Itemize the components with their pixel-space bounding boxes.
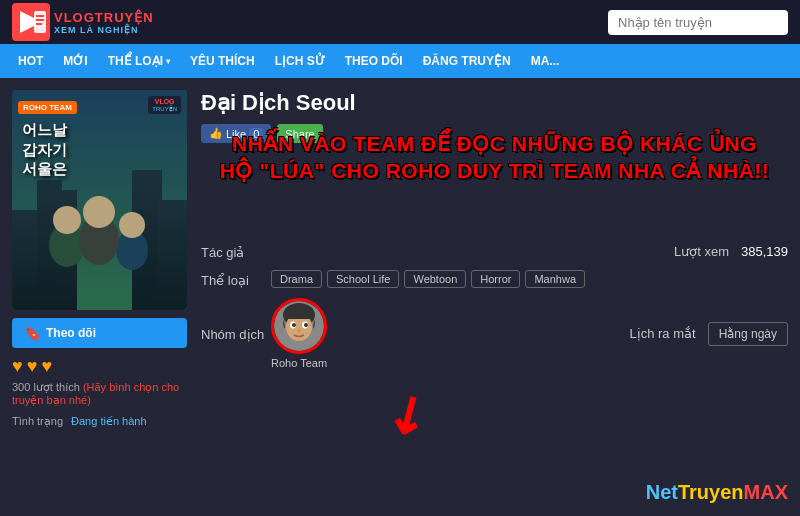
right-panel: Đại Dịch Seoul 👍 Like 0 Share NHẤN VÀO T… — [201, 90, 788, 504]
logo: VLOGTRUYỆN XEM LÀ NGHIỆN — [12, 3, 154, 41]
svg-point-26 — [297, 330, 301, 333]
chevron-down-icon: ▾ — [166, 57, 170, 66]
tag-school[interactable]: School Life — [327, 270, 399, 288]
left-panel: ROHO TEAM 어느날 갑자기 서울은 VLOG TRUYỆN 🔖 Theo… — [12, 90, 187, 504]
share-button[interactable]: Share — [277, 124, 322, 143]
svg-rect-2 — [34, 11, 46, 33]
nav-hot[interactable]: HOT — [8, 44, 53, 78]
nav-history[interactable]: LỊCH SỬ — [265, 44, 335, 78]
logo-icon — [12, 3, 50, 41]
release-label: Lịch ra mắt — [629, 326, 695, 341]
genre-tags: Drama School Life Webtoon Horror Manhwa — [271, 270, 585, 288]
svg-point-25 — [304, 323, 308, 327]
like-button[interactable]: 👍 Like 0 — [201, 124, 271, 143]
search-input[interactable] — [608, 10, 788, 35]
logo-line2: XEM LÀ NGHIỆN — [54, 25, 154, 35]
views-value: 385,139 — [741, 244, 788, 259]
manga-title: Đại Dịch Seoul — [201, 90, 788, 116]
translator-name: Roho Team — [271, 357, 327, 369]
author-views-row: Tác giả Lượt xem 385,139 — [201, 243, 788, 260]
views-label: Lượt xem — [674, 244, 729, 259]
translator-group-wrapper: Roho Team — [271, 298, 327, 369]
translator-avatar — [271, 298, 327, 354]
hearts-rating: ♥ ♥ ♥ — [12, 356, 187, 377]
author-label: Tác giả — [201, 243, 271, 260]
navigation: HOT MỚI THỂ LOẠI▾ YÊU THÍCH LỊCH SỬ THEO… — [0, 44, 800, 78]
svg-rect-3 — [36, 15, 44, 17]
info-section: Tác giả Lượt xem 385,139 Thể loại Drama … — [201, 243, 788, 369]
status-row: Tình trạng Đang tiến hành — [12, 415, 187, 428]
logo-line1: VLOGTRUYỆN — [54, 10, 154, 25]
red-arrow-icon: ↙ — [374, 379, 439, 450]
overlay-line-2: HỘ "LÚA" CHO ROHO DUY TRÌ TEAM NHA CẢ NH… — [201, 157, 788, 184]
heart-2: ♥ — [27, 356, 38, 377]
header: VLOGTRUYỆN XEM LÀ NGHIỆN — [0, 0, 800, 44]
bookmark-icon: 🔖 — [24, 325, 41, 341]
nav-more[interactable]: MA... — [521, 44, 570, 78]
logo-text: VLOGTRUYỆN XEM LÀ NGHIỆN — [54, 10, 154, 35]
svg-point-24 — [292, 323, 296, 327]
like-label: Like — [226, 128, 246, 140]
thumbs-up-icon: 👍 — [209, 127, 223, 140]
nav-favorites[interactable]: YÊU THÍCH — [180, 44, 265, 78]
nav-upload[interactable]: ĐĂNG TRUYỆN — [413, 44, 521, 78]
cover-kr-title: 어느날 갑자기 서울은 — [22, 120, 67, 179]
like-count-badge: 0 — [249, 128, 263, 140]
like-count: 300 lượt thích (Hãy bình chọn cho truyện… — [12, 381, 187, 407]
tag-drama[interactable]: Drama — [271, 270, 322, 288]
translator-face — [274, 301, 324, 351]
release-value: Hằng ngày — [708, 322, 788, 346]
translator-group[interactable]: Roho Team — [271, 298, 327, 369]
views-group: Lượt xem 385,139 — [674, 244, 788, 259]
genre-row: Thể loại Drama School Life Webtoon Horro… — [201, 270, 788, 288]
translator-label: Nhóm dịch — [201, 325, 271, 342]
tag-manhwa[interactable]: Manhwa — [525, 270, 585, 288]
svg-rect-4 — [36, 19, 44, 21]
cover-logo-overlay: VLOG TRUYỆN — [148, 96, 181, 114]
svg-rect-5 — [36, 23, 42, 25]
genre-label: Thể loại — [201, 271, 271, 288]
status-value: Đang tiến hành — [71, 415, 147, 428]
social-row: 👍 Like 0 Share — [201, 124, 788, 143]
cover-image: ROHO TEAM 어느날 갑자기 서울은 VLOG TRUYỆN — [12, 90, 187, 310]
tag-horror[interactable]: Horror — [471, 270, 520, 288]
heart-1: ♥ — [12, 356, 23, 377]
nav-follow[interactable]: THEO DÕI — [335, 44, 413, 78]
tag-webtoon[interactable]: Webtoon — [404, 270, 466, 288]
main-content: ROHO TEAM 어느날 갑자기 서울은 VLOG TRUYỆN 🔖 Theo… — [0, 78, 800, 516]
status-label: Tình trạng — [12, 415, 63, 428]
nav-genre[interactable]: THỂ LOẠI▾ — [98, 44, 180, 78]
team-badge: ROHO TEAM — [18, 96, 77, 114]
follow-button[interactable]: 🔖 Theo dõi — [12, 318, 187, 348]
watermark: NetTruyenMAX — [646, 481, 788, 504]
heart-3: ♥ — [41, 356, 52, 377]
nav-new[interactable]: MỚI — [53, 44, 97, 78]
release-group: Lịch ra mắt Hằng ngày — [629, 322, 788, 346]
translator-release-row: Nhóm dịch — [201, 298, 788, 369]
